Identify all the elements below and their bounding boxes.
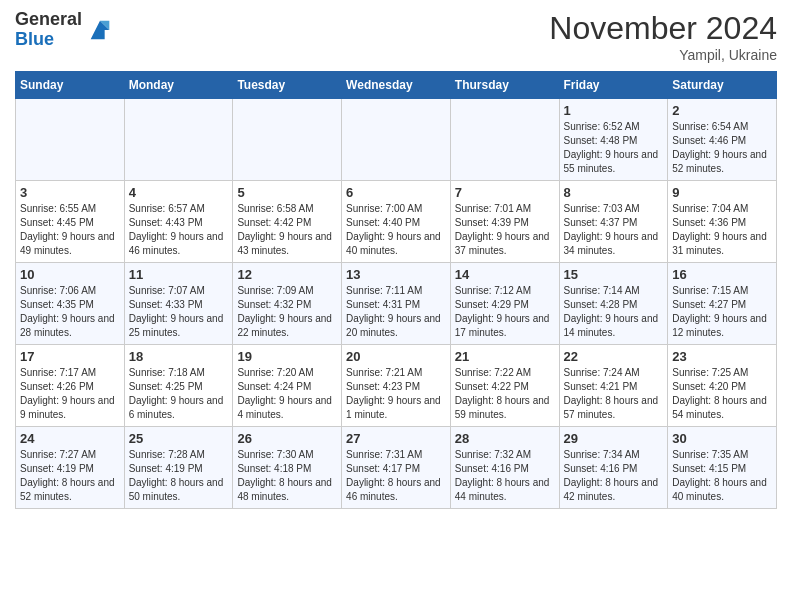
calendar-cell: 21Sunrise: 7:22 AM Sunset: 4:22 PM Dayli… [450, 345, 559, 427]
day-info: Sunrise: 7:00 AM Sunset: 4:40 PM Dayligh… [346, 202, 446, 258]
calendar-cell: 17Sunrise: 7:17 AM Sunset: 4:26 PM Dayli… [16, 345, 125, 427]
calendar-cell [124, 99, 233, 181]
calendar-cell: 1Sunrise: 6:52 AM Sunset: 4:48 PM Daylig… [559, 99, 668, 181]
day-info: Sunrise: 6:57 AM Sunset: 4:43 PM Dayligh… [129, 202, 229, 258]
day-number: 27 [346, 431, 446, 446]
calendar-cell [342, 99, 451, 181]
day-info: Sunrise: 7:11 AM Sunset: 4:31 PM Dayligh… [346, 284, 446, 340]
day-info: Sunrise: 7:18 AM Sunset: 4:25 PM Dayligh… [129, 366, 229, 422]
day-info: Sunrise: 7:09 AM Sunset: 4:32 PM Dayligh… [237, 284, 337, 340]
calendar-table: Sunday Monday Tuesday Wednesday Thursday… [15, 71, 777, 509]
calendar-cell: 27Sunrise: 7:31 AM Sunset: 4:17 PM Dayli… [342, 427, 451, 509]
calendar-cell: 22Sunrise: 7:24 AM Sunset: 4:21 PM Dayli… [559, 345, 668, 427]
calendar-cell: 10Sunrise: 7:06 AM Sunset: 4:35 PM Dayli… [16, 263, 125, 345]
month-title: November 2024 [549, 10, 777, 47]
header-saturday: Saturday [668, 72, 777, 99]
day-info: Sunrise: 7:30 AM Sunset: 4:18 PM Dayligh… [237, 448, 337, 504]
location: Yampil, Ukraine [549, 47, 777, 63]
day-number: 21 [455, 349, 555, 364]
day-number: 14 [455, 267, 555, 282]
logo-text: General Blue [15, 10, 82, 50]
calendar-cell: 7Sunrise: 7:01 AM Sunset: 4:39 PM Daylig… [450, 181, 559, 263]
logo-icon [86, 16, 114, 44]
day-number: 30 [672, 431, 772, 446]
calendar-cell: 23Sunrise: 7:25 AM Sunset: 4:20 PM Dayli… [668, 345, 777, 427]
day-number: 15 [564, 267, 664, 282]
calendar-cell: 30Sunrise: 7:35 AM Sunset: 4:15 PM Dayli… [668, 427, 777, 509]
day-info: Sunrise: 7:28 AM Sunset: 4:19 PM Dayligh… [129, 448, 229, 504]
day-number: 4 [129, 185, 229, 200]
day-number: 11 [129, 267, 229, 282]
day-number: 20 [346, 349, 446, 364]
day-info: Sunrise: 7:25 AM Sunset: 4:20 PM Dayligh… [672, 366, 772, 422]
day-info: Sunrise: 7:31 AM Sunset: 4:17 PM Dayligh… [346, 448, 446, 504]
calendar-cell: 18Sunrise: 7:18 AM Sunset: 4:25 PM Dayli… [124, 345, 233, 427]
calendar-cell [233, 99, 342, 181]
day-info: Sunrise: 7:04 AM Sunset: 4:36 PM Dayligh… [672, 202, 772, 258]
day-number: 28 [455, 431, 555, 446]
calendar-week-2: 10Sunrise: 7:06 AM Sunset: 4:35 PM Dayli… [16, 263, 777, 345]
day-number: 3 [20, 185, 120, 200]
calendar-cell: 12Sunrise: 7:09 AM Sunset: 4:32 PM Dayli… [233, 263, 342, 345]
calendar-week-4: 24Sunrise: 7:27 AM Sunset: 4:19 PM Dayli… [16, 427, 777, 509]
header-thursday: Thursday [450, 72, 559, 99]
day-number: 1 [564, 103, 664, 118]
calendar-cell: 26Sunrise: 7:30 AM Sunset: 4:18 PM Dayli… [233, 427, 342, 509]
day-number: 2 [672, 103, 772, 118]
header-tuesday: Tuesday [233, 72, 342, 99]
calendar-cell: 4Sunrise: 6:57 AM Sunset: 4:43 PM Daylig… [124, 181, 233, 263]
day-number: 6 [346, 185, 446, 200]
day-number: 24 [20, 431, 120, 446]
day-info: Sunrise: 7:20 AM Sunset: 4:24 PM Dayligh… [237, 366, 337, 422]
day-number: 8 [564, 185, 664, 200]
day-info: Sunrise: 7:34 AM Sunset: 4:16 PM Dayligh… [564, 448, 664, 504]
day-info: Sunrise: 7:17 AM Sunset: 4:26 PM Dayligh… [20, 366, 120, 422]
page-header: General Blue November 2024 Yampil, Ukrai… [15, 10, 777, 63]
day-number: 18 [129, 349, 229, 364]
header-friday: Friday [559, 72, 668, 99]
logo: General Blue [15, 10, 114, 50]
calendar-cell: 25Sunrise: 7:28 AM Sunset: 4:19 PM Dayli… [124, 427, 233, 509]
day-number: 10 [20, 267, 120, 282]
day-info: Sunrise: 7:24 AM Sunset: 4:21 PM Dayligh… [564, 366, 664, 422]
day-number: 16 [672, 267, 772, 282]
calendar-header-row: Sunday Monday Tuesday Wednesday Thursday… [16, 72, 777, 99]
day-number: 12 [237, 267, 337, 282]
logo-blue: Blue [15, 30, 82, 50]
calendar-cell: 2Sunrise: 6:54 AM Sunset: 4:46 PM Daylig… [668, 99, 777, 181]
header-monday: Monday [124, 72, 233, 99]
calendar-cell: 5Sunrise: 6:58 AM Sunset: 4:42 PM Daylig… [233, 181, 342, 263]
day-number: 26 [237, 431, 337, 446]
day-info: Sunrise: 7:15 AM Sunset: 4:27 PM Dayligh… [672, 284, 772, 340]
calendar-cell: 14Sunrise: 7:12 AM Sunset: 4:29 PM Dayli… [450, 263, 559, 345]
header-wednesday: Wednesday [342, 72, 451, 99]
day-info: Sunrise: 7:14 AM Sunset: 4:28 PM Dayligh… [564, 284, 664, 340]
day-number: 25 [129, 431, 229, 446]
day-info: Sunrise: 7:01 AM Sunset: 4:39 PM Dayligh… [455, 202, 555, 258]
calendar-cell: 6Sunrise: 7:00 AM Sunset: 4:40 PM Daylig… [342, 181, 451, 263]
day-info: Sunrise: 7:22 AM Sunset: 4:22 PM Dayligh… [455, 366, 555, 422]
calendar-week-0: 1Sunrise: 6:52 AM Sunset: 4:48 PM Daylig… [16, 99, 777, 181]
day-number: 7 [455, 185, 555, 200]
day-number: 23 [672, 349, 772, 364]
calendar-week-3: 17Sunrise: 7:17 AM Sunset: 4:26 PM Dayli… [16, 345, 777, 427]
day-number: 22 [564, 349, 664, 364]
title-block: November 2024 Yampil, Ukraine [549, 10, 777, 63]
day-number: 13 [346, 267, 446, 282]
day-info: Sunrise: 6:55 AM Sunset: 4:45 PM Dayligh… [20, 202, 120, 258]
day-info: Sunrise: 6:52 AM Sunset: 4:48 PM Dayligh… [564, 120, 664, 176]
day-number: 19 [237, 349, 337, 364]
calendar-cell: 24Sunrise: 7:27 AM Sunset: 4:19 PM Dayli… [16, 427, 125, 509]
day-info: Sunrise: 7:12 AM Sunset: 4:29 PM Dayligh… [455, 284, 555, 340]
calendar-cell [16, 99, 125, 181]
day-info: Sunrise: 7:35 AM Sunset: 4:15 PM Dayligh… [672, 448, 772, 504]
day-info: Sunrise: 7:03 AM Sunset: 4:37 PM Dayligh… [564, 202, 664, 258]
day-info: Sunrise: 7:32 AM Sunset: 4:16 PM Dayligh… [455, 448, 555, 504]
day-info: Sunrise: 6:54 AM Sunset: 4:46 PM Dayligh… [672, 120, 772, 176]
logo-general: General [15, 10, 82, 30]
day-number: 9 [672, 185, 772, 200]
calendar-body: 1Sunrise: 6:52 AM Sunset: 4:48 PM Daylig… [16, 99, 777, 509]
day-info: Sunrise: 6:58 AM Sunset: 4:42 PM Dayligh… [237, 202, 337, 258]
day-info: Sunrise: 7:27 AM Sunset: 4:19 PM Dayligh… [20, 448, 120, 504]
calendar-cell: 9Sunrise: 7:04 AM Sunset: 4:36 PM Daylig… [668, 181, 777, 263]
